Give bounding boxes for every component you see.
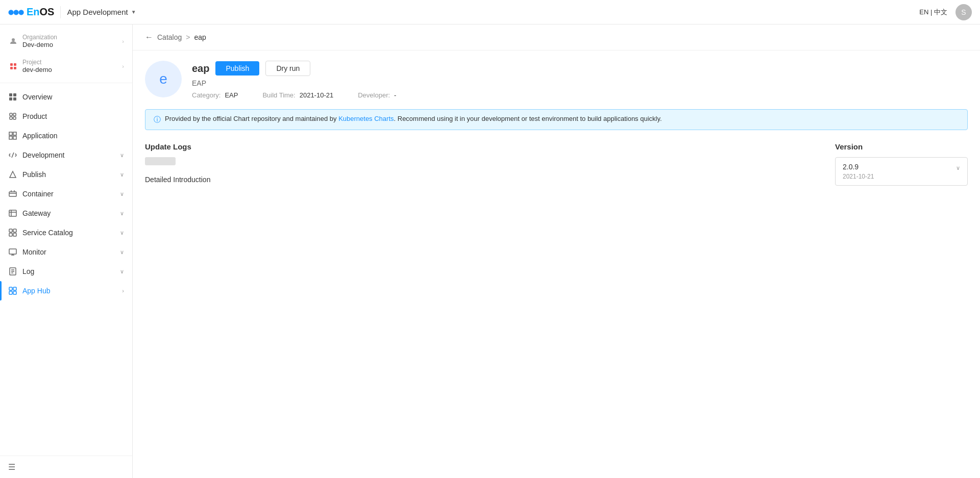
info-text-before: Provided by the official Chart repositor… (165, 115, 338, 122)
topbar-left: ⬤⬤⬤ EnOS App Development ▼ (8, 6, 136, 18)
sidebar-item-label-overview: Overview (22, 93, 124, 101)
sidebar-item-gateway[interactable]: Gateway ∨ (0, 204, 132, 223)
logo: ⬤⬤⬤ EnOS (8, 6, 54, 18)
breadcrumb: ← Catalog > eap (133, 24, 980, 51)
svg-rect-2 (14, 63, 16, 66)
logo-dots: ⬤⬤⬤ (8, 9, 23, 15)
sidebar-item-application[interactable]: Application (0, 126, 132, 145)
sidebar-item-label-development: Development (22, 151, 115, 159)
build-time-label: Build Time: (262, 91, 295, 99)
kubernetes-charts-link[interactable]: Kubernetes Charts (338, 115, 394, 122)
service-catalog-arrow-icon: ∨ (120, 230, 124, 236)
log-icon (8, 267, 17, 276)
sidebar-item-label-product: Product (22, 112, 124, 120)
sidebar-item-product[interactable]: Product (0, 107, 132, 126)
version-date: 2021-10-21 (843, 173, 874, 180)
lang-en: EN (919, 8, 928, 16)
info-text-after: . Recommend using it in your development… (394, 115, 662, 122)
sidebar-item-overview[interactable]: Overview (0, 87, 132, 107)
lang-zh: 中文 (934, 8, 947, 16)
update-logs-placeholder (145, 157, 176, 165)
update-logs-title: Update Logs (145, 142, 823, 151)
sidebar-project[interactable]: Project dev-demo › (0, 54, 132, 79)
sidebar-item-container[interactable]: Container ∨ (0, 184, 132, 204)
sidebar-item-label-application: Application (22, 132, 124, 140)
svg-rect-22 (9, 210, 16, 216)
sidebar-org[interactable]: Organization Dev-demo › (0, 29, 132, 54)
monitor-icon (8, 247, 17, 257)
org-value: Dev-demo (22, 41, 57, 48)
svg-rect-5 (9, 93, 12, 96)
publish-arrow-icon: ∨ (120, 171, 124, 178)
org-arrow-icon: › (122, 38, 124, 44)
build-time-value: 2021-10-21 (300, 91, 334, 99)
svg-rect-8 (13, 97, 16, 100)
svg-rect-11 (10, 117, 12, 119)
logo-text: EnOS (27, 6, 54, 18)
svg-rect-3 (10, 67, 13, 69)
topbar-right: EN | 中文 S (919, 4, 972, 20)
category-label: Category: (192, 91, 220, 99)
topbar-divider (60, 6, 61, 18)
app-name-title: eap (192, 63, 209, 74)
svg-rect-36 (9, 287, 12, 290)
avatar[interactable]: S (955, 4, 972, 20)
overview-icon (8, 92, 17, 102)
service-catalog-icon (8, 228, 17, 237)
svg-rect-9 (10, 113, 12, 116)
app-subtitle: EAP (192, 79, 968, 87)
hamburger-icon[interactable]: ☰ (8, 463, 15, 471)
app-icon: e (145, 61, 182, 97)
gateway-arrow-icon: ∨ (120, 210, 124, 217)
app-hub-icon (8, 286, 17, 295)
svg-rect-4 (14, 67, 16, 69)
app-meta-row: Category: EAP Build Time: 2021-10-21 Dev… (192, 91, 968, 99)
app-hub-arrow-icon: › (122, 288, 124, 294)
sidebar-item-label-log: Log (22, 267, 115, 275)
sidebar-nav: Overview Product Application (0, 83, 132, 456)
app-name-label: App Development (67, 8, 128, 16)
svg-rect-29 (9, 249, 16, 254)
sidebar-item-label-monitor: Monitor (22, 248, 115, 256)
detailed-intro-title: Detailed Introduction (145, 175, 823, 184)
sidebar-item-label-container: Container (22, 190, 115, 198)
sidebar-item-app-hub[interactable]: App Hub › (0, 281, 132, 300)
back-button[interactable]: ← (145, 33, 153, 42)
publish-button[interactable]: Publish (215, 61, 259, 76)
topbar: ⬤⬤⬤ EnOS App Development ▼ EN | 中文 S (0, 0, 980, 24)
svg-rect-27 (9, 233, 12, 236)
developer-value: - (394, 91, 396, 99)
app-developer: Developer: - (358, 91, 396, 99)
lang-switcher[interactable]: EN | 中文 (919, 8, 947, 17)
product-icon (8, 112, 17, 121)
sidebar-item-log[interactable]: Log ∨ (0, 262, 132, 281)
svg-rect-25 (9, 229, 12, 232)
sidebar-bottom: ☰ (0, 456, 132, 478)
sidebar: Organization Dev-demo › Project dev-demo (0, 24, 133, 478)
sidebar-item-service-catalog[interactable]: Service Catalog ∨ (0, 223, 132, 242)
svg-rect-10 (13, 113, 16, 116)
app-name-dropdown[interactable]: App Development ▼ (67, 8, 136, 16)
svg-rect-15 (9, 136, 12, 139)
svg-marker-18 (10, 171, 16, 178)
category-value: EAP (225, 91, 238, 99)
version-dropdown-arrow-icon: ∨ (956, 165, 960, 171)
project-arrow-icon: › (122, 63, 124, 69)
app-icon-letter: e (159, 71, 167, 87)
info-icon: ⓘ (154, 115, 161, 124)
breadcrumb-catalog[interactable]: Catalog (157, 33, 182, 41)
sidebar-item-label-gateway: Gateway (22, 209, 115, 217)
container-arrow-icon: ∨ (120, 191, 124, 197)
sidebar-item-label-publish: Publish (22, 170, 115, 179)
sidebar-item-monitor[interactable]: Monitor ∨ (0, 242, 132, 262)
content-side: Version 2.0.9 2021-10-21 ∨ (835, 142, 968, 186)
dry-run-button[interactable]: Dry run (265, 61, 310, 76)
svg-line-17 (12, 153, 14, 158)
app-title-row: eap Publish Dry run (192, 61, 968, 76)
version-dropdown[interactable]: 2.0.9 2021-10-21 ∨ (835, 157, 968, 186)
monitor-arrow-icon: ∨ (120, 249, 124, 256)
sidebar-item-development[interactable]: Development ∨ (0, 145, 132, 165)
sidebar-item-publish[interactable]: Publish ∨ (0, 165, 132, 184)
project-icon (8, 61, 18, 71)
svg-rect-7 (9, 97, 12, 100)
